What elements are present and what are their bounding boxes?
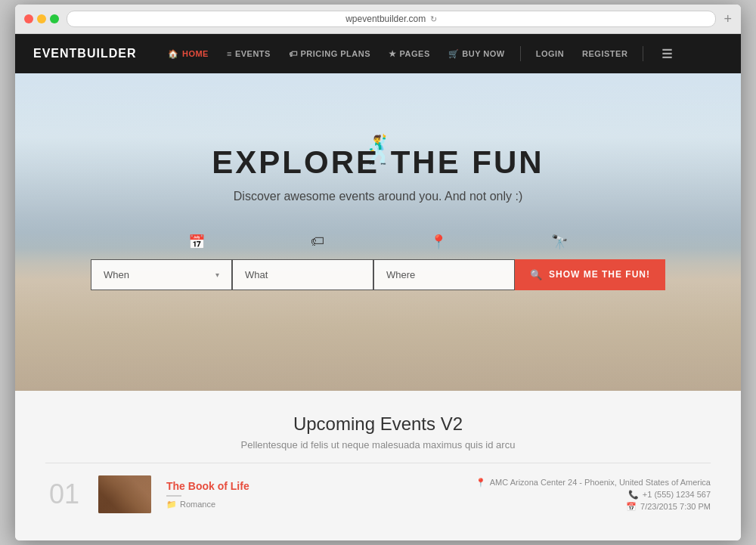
nav-label-register: REGISTER [582, 49, 627, 58]
refresh-icon[interactable]: ↻ [430, 14, 437, 24]
nav-item-pricing[interactable]: 🏷 PRICING PLANS [280, 34, 380, 73]
minimize-button[interactable] [37, 14, 46, 23]
event-category: 📁 Romance [166, 500, 460, 509]
nav-link-buynow[interactable]: 🛒 BUY NOW [439, 34, 514, 73]
logo-light: EVENT [33, 47, 77, 60]
nav-link-pricing[interactable]: 🏷 PRICING PLANS [280, 34, 380, 73]
hero-section: 🕺 EXPLORE THE FUN Discover awesome event… [15, 73, 741, 391]
where-label: Where [386, 269, 415, 280]
nav-item-menu[interactable]: ☰ [649, 34, 682, 73]
category-label: Romance [180, 500, 215, 509]
events-header: Upcoming Events V2 Pellentesque id felis… [45, 413, 711, 451]
search-magnifier-icon: 🔍 [530, 269, 543, 280]
nav-label-home: HOME [182, 49, 209, 58]
when-arrow: ▾ [215, 271, 219, 279]
phone-icon: 📞 [628, 490, 639, 500]
nav-item-buynow[interactable]: 🛒 BUY NOW [439, 34, 514, 73]
when-label: When [104, 269, 129, 280]
event-details: 📍 AMC Arizona Center 24 - Phoenix, Unite… [476, 478, 711, 512]
window-controls [24, 14, 59, 23]
venue-icon: 📍 [476, 478, 486, 488]
binoculars-icon: 🔭 [551, 234, 568, 249]
events-subtitle: Pellentesque id felis ut neque malesuada… [45, 439, 711, 451]
nav-label-events: EVENTS [235, 49, 271, 58]
event-info: The Book of Life 📁 Romance [166, 480, 460, 509]
what-field[interactable]: What [232, 259, 373, 290]
nav-item-home[interactable]: 🏠 HOME [159, 34, 218, 73]
what-icon-cell: 🏷 [257, 234, 378, 253]
cart-icon: 🛒 [448, 49, 460, 59]
where-field[interactable]: Where [373, 259, 515, 290]
event-item: 01 The Book of Life 📁 Romance 📍 AMC Ariz… [45, 463, 711, 525]
hero-content: EXPLORE THE FUN Discover awesome events … [197, 144, 559, 234]
nav-label-pages: PAGES [400, 49, 430, 58]
url-text: wpeventbuilder.com [345, 14, 426, 24]
nav-bar: EVENTBUILDER 🏠 HOME ≡ EVENTS 🏷 PRICING P… [15, 34, 741, 73]
home-icon: 🏠 [168, 49, 179, 59]
category-icon: 📁 [166, 500, 177, 509]
calendar-icon: 📅 [188, 234, 205, 249]
event-date-row: 📅 7/23/2015 7:30 PM [626, 502, 711, 512]
new-tab-button[interactable]: + [723, 12, 732, 26]
pricing-icon: 🏷 [289, 49, 298, 58]
search-icon-cell: 🔭 [499, 234, 620, 253]
event-number: 01 [45, 478, 83, 510]
search-button[interactable]: 🔍 SHOW ME THE FUN! [515, 259, 665, 290]
nav-divider-2 [643, 46, 643, 61]
search-btn-label: SHOW ME THE FUN! [549, 269, 650, 280]
event-phone-row: 📞 +1 (555) 1234 567 [628, 490, 711, 500]
event-phone: +1 (555) 1234 567 [643, 490, 711, 499]
site-logo: EVENTBUILDER [33, 47, 136, 60]
events-icon: ≡ [227, 49, 232, 58]
nav-label-buynow: BUY NOW [462, 49, 504, 58]
nav-label-login: LOGIN [536, 49, 564, 58]
thumbnail-image [98, 475, 151, 513]
hamburger-icon: ☰ [662, 47, 673, 61]
hero-subtitle: Discover awesome events around you. And … [212, 190, 544, 203]
event-divider [166, 495, 181, 497]
nav-item-pages[interactable]: ★ PAGES [380, 34, 439, 73]
hero-title: EXPLORE THE FUN [212, 144, 544, 181]
when-icon-cell: 📅 [136, 234, 257, 253]
browser-chrome: wpeventbuilder.com ↻ + [15, 5, 741, 34]
address-bar[interactable]: wpeventbuilder.com ↻ [67, 11, 716, 27]
event-venue: AMC Arizona Center 24 - Phoenix, United … [490, 478, 711, 487]
pin-icon: 📍 [430, 234, 447, 249]
search-bar: When ▾ What Where 🔍 SHOW ME THE FUN! [91, 259, 665, 290]
event-venue-row: 📍 AMC Arizona Center 24 - Phoenix, Unite… [476, 478, 711, 488]
nav-item-events[interactable]: ≡ EVENTS [218, 34, 280, 73]
what-label: What [245, 269, 268, 280]
browser-window: wpeventbuilder.com ↻ + EVENTBUILDER 🏠 HO… [15, 5, 741, 540]
nav-link-hamburger[interactable]: ☰ [649, 34, 682, 73]
nav-item-register[interactable]: REGISTER [573, 34, 637, 73]
event-name[interactable]: The Book of Life [166, 480, 460, 492]
close-button[interactable] [24, 14, 33, 23]
nav-divider [520, 46, 521, 61]
search-icons-row: 📅 🏷 📍 🔭 [136, 234, 620, 253]
nav-links: 🏠 HOME ≡ EVENTS 🏷 PRICING PLANS ★ [159, 34, 681, 73]
maximize-button[interactable] [50, 14, 59, 23]
nav-link-login[interactable]: LOGIN [527, 34, 573, 73]
event-thumbnail[interactable] [98, 475, 151, 513]
logo-bold: BUILDER [77, 47, 136, 60]
events-title: Upcoming Events V2 [45, 413, 711, 435]
nav-item-login[interactable]: LOGIN [527, 34, 573, 73]
nav-link-register[interactable]: REGISTER [573, 34, 637, 73]
pages-icon: ★ [389, 49, 397, 59]
tag-icon: 🏷 [311, 234, 324, 249]
date-icon: 📅 [626, 502, 637, 512]
nav-label-pricing: PRICING PLANS [300, 49, 370, 58]
where-icon-cell: 📍 [378, 234, 499, 253]
nav-link-home[interactable]: 🏠 HOME [159, 34, 218, 73]
nav-link-events[interactable]: ≡ EVENTS [218, 34, 280, 73]
events-section: Upcoming Events V2 Pellentesque id felis… [15, 391, 741, 540]
when-field[interactable]: When ▾ [91, 259, 232, 290]
event-date: 7/23/2015 7:30 PM [640, 502, 711, 511]
nav-link-pages[interactable]: ★ PAGES [380, 34, 439, 73]
